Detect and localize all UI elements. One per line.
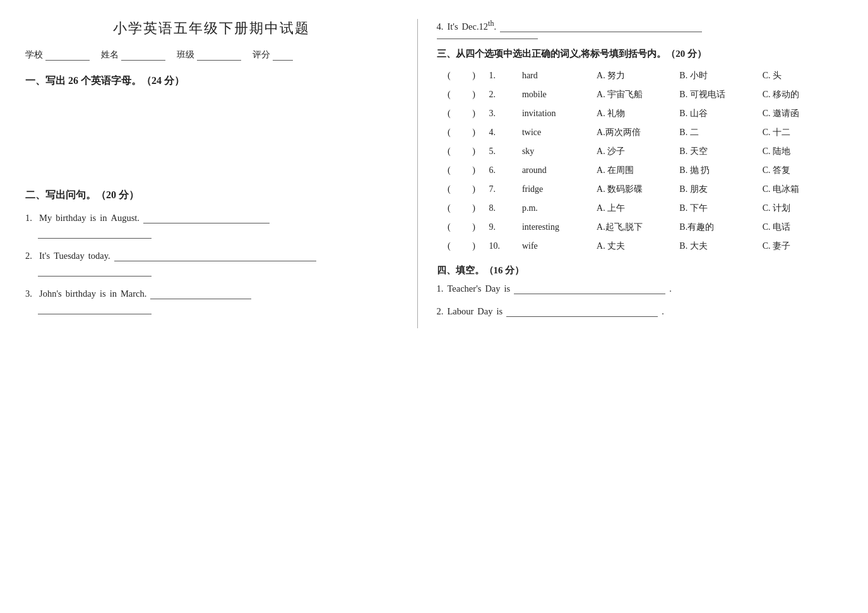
choice-word-2: mobile <box>520 85 594 104</box>
choice-num-5: 5. <box>486 142 520 161</box>
score-label: 评分 <box>253 49 270 61</box>
choice-num-9: 9. <box>486 218 520 237</box>
right-top-area: 4. It's Dec.12th. <box>437 19 843 39</box>
choice-optB-2: B. 可视电话 <box>677 85 759 104</box>
question-line-2: 2. It's Tuesday today. <box>25 250 398 261</box>
choice-optB-5: B. 天空 <box>677 142 759 161</box>
school-label: 学校 <box>25 49 43 61</box>
choice-num-3: 3. <box>486 104 520 123</box>
section4-title: 四、填空。（16 分） <box>437 265 843 277</box>
page-title: 小学英语五年级下册期中试题 <box>25 19 398 38</box>
q3-num: 3. <box>25 289 35 299</box>
q1-num: 1. <box>25 213 35 223</box>
choice-optC-3: C. 邀请函 <box>760 104 843 123</box>
choice-optA-9: A.起飞,脱下 <box>594 218 677 237</box>
choice-optA-2: A. 宇宙飞船 <box>594 85 677 104</box>
choice-optC-10: C. 妻子 <box>760 237 843 256</box>
section1-title: 一、写出 26 个英语字母。（24 分） <box>25 74 398 88</box>
q4-num: 4. <box>437 21 444 32</box>
class-underline <box>197 49 241 61</box>
choice-optB-8: B. 下午 <box>677 199 759 218</box>
q3-word2: birthday <box>66 289 96 299</box>
class-label: 班级 <box>177 49 194 61</box>
choice-optC-2: C. 移动的 <box>760 85 843 104</box>
bracket-close-7: ) <box>461 180 486 199</box>
q1-blank <box>143 212 270 223</box>
q1-answer-line <box>38 227 152 239</box>
choice-optB-9: B.有趣的 <box>677 218 759 237</box>
choice-row-1: ( ) 1. hard A. 努力 B. 小时 C. 头 <box>437 66 843 85</box>
q3-word3: is <box>100 289 106 299</box>
q1-word4: in <box>100 213 107 223</box>
question-line-1: 1. My birthday is in August. <box>25 212 398 223</box>
choice-optB-10: B. 大夫 <box>677 237 759 256</box>
choice-num-6: 6. <box>486 161 520 180</box>
bracket-close-5: ) <box>461 142 486 161</box>
choice-optA-6: A. 在周围 <box>594 161 677 180</box>
fb1-blank <box>514 283 665 294</box>
q2-blank <box>114 250 316 261</box>
fb2-w3: is <box>497 306 503 317</box>
fb2-w1: Labour <box>447 306 473 317</box>
choice-optC-1: C. 头 <box>760 66 843 85</box>
name-underline <box>121 49 165 61</box>
choice-optC-9: C. 电话 <box>760 218 843 237</box>
bracket-open-6: ( <box>437 161 461 180</box>
score-underline <box>273 49 293 61</box>
bracket-close-10: ) <box>461 237 486 256</box>
choice-row-6: ( ) 6. around A. 在周围 B. 抛 扔 C. 答复 <box>437 161 843 180</box>
choice-optB-4: B. 二 <box>677 123 759 142</box>
choice-word-5: sky <box>520 142 594 161</box>
bracket-open-5: ( <box>437 142 461 161</box>
fb1-w2: Day <box>485 283 500 294</box>
choice-word-9: interesting <box>520 218 594 237</box>
fb1-w1: Teacher's <box>447 283 481 294</box>
q3-answer-line <box>38 303 152 314</box>
choice-optA-3: A. 礼物 <box>594 104 677 123</box>
fb2-blank <box>506 306 658 317</box>
choice-num-8: 8. <box>486 199 520 218</box>
question-block-3: 3. John's birthday is in March. <box>25 288 398 314</box>
score-field: 评分 <box>253 49 293 61</box>
q2-word1: It's <box>39 251 50 261</box>
choice-word-3: invitation <box>520 104 594 123</box>
choice-optC-8: C. 计划 <box>760 199 843 218</box>
choice-word-10: wife <box>520 237 594 256</box>
fb1-period: . <box>669 283 672 294</box>
choice-word-8: p.m. <box>520 199 594 218</box>
choice-row-5: ( ) 5. sky A. 沙子 B. 天空 C. 陆地 <box>437 142 843 161</box>
q1-word3: is <box>90 213 96 223</box>
q3-word5: March. <box>121 289 146 299</box>
choice-word-4: twice <box>520 123 594 142</box>
choice-optC-7: C. 电冰箱 <box>760 180 843 199</box>
choice-optA-7: A. 数码影碟 <box>594 180 677 199</box>
bracket-open-10: ( <box>437 237 461 256</box>
q3-blank <box>150 288 251 299</box>
q1-word1: My <box>39 213 52 223</box>
bracket-close-2: ) <box>461 85 486 104</box>
section2-title: 二、写出问句。（20 分） <box>25 189 398 202</box>
info-row: 学校 姓名 班级 评分 <box>25 49 398 61</box>
name-field: 姓名 <box>101 49 165 61</box>
fb1-w3: is <box>504 283 511 294</box>
choice-optA-5: A. 沙子 <box>594 142 677 161</box>
bracket-close-3: ) <box>461 104 486 123</box>
bracket-close-1: ) <box>461 66 486 85</box>
school-field: 学校 <box>25 49 90 61</box>
q4-blank <box>500 21 702 32</box>
q1-word2: birthday <box>56 213 86 223</box>
fill-blank-1: 1. Teacher's Day is . <box>437 283 843 294</box>
q4-dec: Dec.12th. <box>462 19 497 32</box>
bracket-close-6: ) <box>461 161 486 180</box>
choice-optB-7: B. 朋友 <box>677 180 759 199</box>
bracket-open-4: ( <box>437 123 461 142</box>
bracket-open-3: ( <box>437 104 461 123</box>
fb2-period: . <box>662 306 664 317</box>
section3-title: 三、从四个选项中选出正确的词义,将标号填到括号内。（20 分） <box>437 48 843 60</box>
school-underline <box>45 49 90 61</box>
choice-row-8: ( ) 8. p.m. A. 上午 B. 下午 C. 计划 <box>437 199 843 218</box>
choice-optA-8: A. 上午 <box>594 199 677 218</box>
bracket-open-7: ( <box>437 180 461 199</box>
choice-row-7: ( ) 7. fridge A. 数码影碟 B. 朋友 C. 电冰箱 <box>437 180 843 199</box>
choice-num-1: 1. <box>486 66 520 85</box>
